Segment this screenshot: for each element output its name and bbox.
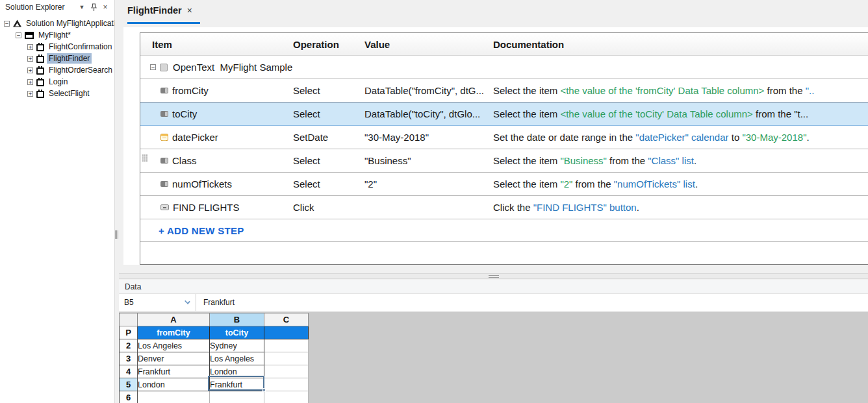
cell-name-box[interactable]: B5 <box>119 294 196 311</box>
active-tab-indicator <box>127 22 200 24</box>
expand-icon[interactable]: + <box>27 67 33 73</box>
grid-row-header[interactable]: 2 <box>120 339 138 352</box>
step-row-datepicker[interactable]: datePicker SetDate "30-May-2018" Set the… <box>140 126 868 149</box>
chevron-down-icon[interactable] <box>185 299 190 304</box>
sidebar-item-myflight[interactable]: − MyFlight* <box>0 29 114 41</box>
grid-cell[interactable]: Los Angeles <box>138 339 210 352</box>
grid-row-header[interactable]: 4 <box>120 365 138 378</box>
grid-col-header-a[interactable]: A <box>138 313 210 326</box>
doc-fragment: Select the item <box>493 178 560 189</box>
grid-row-header[interactable]: 3 <box>120 352 138 365</box>
grid-cell-selected[interactable]: Frankfurt <box>210 378 264 391</box>
expand-icon[interactable]: + <box>27 91 33 97</box>
close-panel-button[interactable]: × <box>100 2 110 12</box>
step-row-tocity[interactable]: toCity Select DataTable("toCity", dtGlo.… <box>140 103 868 126</box>
formula-bar-value: Frankfurt <box>203 298 235 307</box>
grid-cell[interactable] <box>264 352 309 365</box>
step-documentation: Select the item "Business" from the "Cla… <box>493 155 868 166</box>
grid-row-header[interactable]: 6 <box>120 391 138 403</box>
doc-fragment: from the <box>607 155 648 166</box>
collapse-icon[interactable]: − <box>4 21 10 27</box>
doc-fragment: . <box>695 178 698 189</box>
chevron-down-icon: ▼ <box>79 4 85 10</box>
horizontal-splitter[interactable] <box>119 273 868 279</box>
step-row-fromcity[interactable]: fromCity Select DataTable("fromCity", dt… <box>140 79 868 103</box>
step-row-numoftickets[interactable]: numOfTickets Select "2" Select the item … <box>140 173 868 196</box>
table-empty-area <box>140 242 868 264</box>
step-documentation: Click the "FIND FLIGHTS" button. <box>493 202 868 213</box>
step-row-class[interactable]: Class Select "Business" Select the item … <box>140 149 868 173</box>
pin-icon <box>90 3 97 12</box>
grid-cell[interactable]: Sydney <box>210 339 264 352</box>
application-icon <box>25 32 34 39</box>
expand-icon[interactable]: + <box>27 44 33 50</box>
grid-cell[interactable]: Denver <box>138 352 210 365</box>
step-item-label: datePicker <box>172 132 218 143</box>
grid-cell[interactable]: Los Angeles <box>210 352 264 365</box>
sidebar-item-flightconfirmation[interactable]: + FlightConfirmation <box>0 41 114 53</box>
grid-cell[interactable]: Frankfurt <box>138 365 210 378</box>
sidebar-item-solution[interactable]: − Solution MyFlightApplication <box>0 18 114 29</box>
window-menu-button[interactable]: ▼ <box>77 2 87 12</box>
grid-cell[interactable]: London <box>210 365 264 378</box>
grid-header-row: A B C <box>120 313 309 326</box>
sidebar-item-label: FlightConfirmation <box>47 42 114 52</box>
grid-corner-cell[interactable] <box>120 313 138 326</box>
tab-label: FlightFinder <box>127 5 182 16</box>
step-group-row[interactable]: − OpenText MyFlight Sample <box>140 56 868 79</box>
button-icon <box>160 204 169 210</box>
splitter-grip <box>489 275 499 278</box>
doc-fragment: Set the date or date range in the <box>493 132 635 143</box>
grid-col-header-b[interactable]: B <box>210 313 264 326</box>
add-new-step-button[interactable]: + ADD NEW STEP <box>159 225 244 236</box>
sidebar-item-label: Solution MyFlightApplication <box>24 18 115 29</box>
grid-col-header-c[interactable]: C <box>264 313 309 326</box>
action-icon <box>36 56 44 63</box>
collapse-icon[interactable]: − <box>150 64 156 70</box>
grid-cell[interactable] <box>264 391 309 403</box>
grid-cell[interactable] <box>264 378 309 391</box>
grid-cell-c-param[interactable] <box>264 326 309 339</box>
test-steps-table: Item Operation Value Documentation − Ope… <box>140 32 868 265</box>
step-value: "2" <box>364 178 493 189</box>
step-item-label: toCity <box>172 108 197 119</box>
step-operation: Select <box>293 178 364 189</box>
doc-fragment: "Business" <box>560 155 607 166</box>
action-icon <box>36 91 44 98</box>
sidebar-item-selectflight[interactable]: + SelectFlight <box>0 88 114 99</box>
grid-row: 3 Denver Los Angeles <box>120 352 309 365</box>
formula-bar[interactable]: Frankfurt <box>196 294 868 311</box>
grid-cell[interactable] <box>210 391 264 403</box>
column-header-documentation: Documentation <box>493 39 868 50</box>
tab-flightfinder[interactable]: FlightFinder× <box>127 5 192 16</box>
grid-cell[interactable] <box>264 339 309 352</box>
step-row-findflights[interactable]: FIND FLIGHTS Click Click the "FIND FLIGH… <box>140 196 868 219</box>
pin-button[interactable] <box>88 2 99 12</box>
grid-cell-a-param[interactable]: fromCity <box>138 326 210 339</box>
sidebar-item-flightfinder[interactable]: + FlightFinder <box>0 53 114 64</box>
grid-row-header[interactable]: P <box>120 326 138 339</box>
sidebar-item-login[interactable]: + Login <box>0 76 114 88</box>
close-tab-icon[interactable]: × <box>187 5 192 16</box>
doc-fragment: . <box>694 155 696 166</box>
panel-title: Solution Explorer <box>5 3 75 12</box>
grid-cell[interactable] <box>264 365 309 378</box>
collapse-icon[interactable]: − <box>16 32 21 38</box>
column-header-operation: Operation <box>293 39 364 50</box>
doc-fragment: Select the item <box>493 85 560 96</box>
group-checkbox[interactable] <box>160 64 168 71</box>
grid-cell-b-param[interactable]: toCity <box>210 326 264 339</box>
grid-cell[interactable] <box>138 391 210 403</box>
sidebar-item-flightordersearch[interactable]: + FlightOrderSearch <box>0 64 114 76</box>
splitter-grip <box>116 230 117 239</box>
expand-icon[interactable]: + <box>27 56 33 62</box>
grid-cell[interactable]: London <box>138 378 210 391</box>
doc-fragment: "2" <box>560 178 572 189</box>
doc-fragment: "datePicker" calendar <box>635 132 728 143</box>
calendar-icon <box>160 134 168 141</box>
action-icon <box>36 79 44 86</box>
drag-handle[interactable] <box>142 154 149 167</box>
sidebar-item-label: FlightOrderSearch <box>47 65 114 75</box>
expand-icon[interactable]: + <box>27 79 33 85</box>
grid-row-header[interactable]: 5 <box>120 378 138 391</box>
